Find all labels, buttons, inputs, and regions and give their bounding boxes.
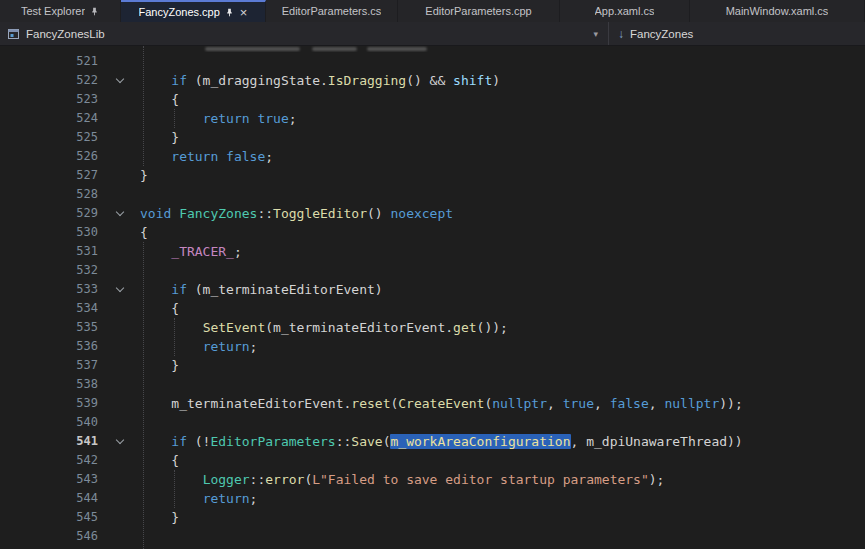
fold-chevron-icon[interactable] [100,280,140,299]
tab-label: FancyZones.cpp [139,6,220,18]
code-text[interactable]: m_terminateEditorEvent.reset(CreateEvent… [140,394,743,413]
fold-column [100,242,140,261]
code-line: 540 [0,413,865,432]
tab-test-explorer[interactable]: Test Explorer [0,0,121,22]
code-line: 528 [0,185,865,204]
code-text[interactable]: } [140,508,179,527]
project-dropdown-value: FancyZonesLib [26,28,105,40]
blurred-text [312,47,357,51]
tab-editorparameters-cpp[interactable]: EditorParameters.cpp [398,0,560,22]
line-number: 533 [0,280,100,299]
tab-label: EditorParameters.cpp [425,5,531,17]
code-text[interactable]: return; [140,489,257,508]
line-number: 538 [0,375,100,394]
line-number: 524 [0,109,100,128]
tab-app-xaml-cs[interactable]: App.xaml.cs [560,0,690,22]
code-line: 534 { [0,299,865,318]
fold-column [100,109,140,128]
line-number: 529 [0,204,100,223]
code-line: 536 return; [0,337,865,356]
code-text[interactable]: if (m_terminateEditorEvent) [140,280,383,299]
tab-label: Test Explorer [21,5,85,17]
fold-column [100,166,140,185]
code-line: 538 [0,375,865,394]
code-line: 529void FancyZones::ToggleEditor() noexc… [0,204,865,223]
fold-column [100,147,140,166]
fold-chevron-icon[interactable] [100,71,140,90]
line-number: 526 [0,147,100,166]
down-arrow-icon: ↓ [618,28,624,40]
code-line: 531 _TRACER_; [0,242,865,261]
fold-column [100,356,140,375]
fold-column [100,261,140,280]
code-text[interactable]: return false; [140,147,273,166]
line-number: 531 [0,242,100,261]
code-lines: 521522 if (m_draggingState.IsDragging() … [0,46,865,546]
project-dropdown[interactable]: FancyZonesLib ▾ [0,22,608,45]
tab-label: MainWindow.xaml.cs [726,5,829,17]
line-number: 543 [0,470,100,489]
code-editor: 521522 if (m_draggingState.IsDragging() … [0,46,865,549]
code-text[interactable]: if (!EditorParameters::Save(m_workAreaCo… [140,432,743,451]
indent-guide [143,46,144,166]
line-number: 545 [0,508,100,527]
tab-label: App.xaml.cs [595,5,655,17]
code-text[interactable]: { [140,223,148,242]
line-number: 546 [0,527,100,546]
code-text[interactable]: } [140,166,148,185]
code-text[interactable]: } [140,356,179,375]
tab-fancyzones-cpp[interactable]: FancyZones.cpp× [121,0,266,22]
code-line: 539 m_terminateEditorEvent.reset(CreateE… [0,394,865,413]
line-number: 544 [0,489,100,508]
clipped-code-line [0,46,865,52]
tab-mainwindow-xaml-cs[interactable]: MainWindow.xaml.cs [690,0,865,22]
code-text[interactable]: SetEvent(m_terminateEditorEvent.get()); [140,318,508,337]
tab-editorparameters-cs[interactable]: EditorParameters.cs [266,0,398,22]
code-line: 530{ [0,223,865,242]
code-line: 522 if (m_draggingState.IsDragging() && … [0,71,865,90]
visual-studio-window: Test ExplorerFancyZones.cpp×EditorParame… [0,0,865,549]
code-line: 526 return false; [0,147,865,166]
code-text[interactable]: { [140,451,179,470]
code-text[interactable]: void FancyZones::ToggleEditor() noexcept [140,204,453,223]
code-line: 537 } [0,356,865,375]
code-line: 535 SetEvent(m_terminateEditorEvent.get(… [0,318,865,337]
code-text[interactable]: return true; [140,109,297,128]
code-text[interactable]: { [140,90,179,109]
pin-icon[interactable] [225,8,234,17]
chevron-down-icon[interactable]: ▾ [593,29,598,39]
member-dropdown-value: FancyZones [630,28,693,40]
code-text[interactable]: _TRACER_; [140,242,242,261]
code-text[interactable]: return; [140,337,257,356]
code-line: 545 } [0,508,865,527]
indent-guide [174,109,175,128]
code-line: 544 return; [0,489,865,508]
line-number: 534 [0,299,100,318]
code-text[interactable]: } [140,128,179,147]
navigation-bar: FancyZonesLib ▾ ↓ FancyZones [0,22,865,46]
code-text[interactable]: if (m_draggingState.IsDragging() && shif… [140,71,500,90]
close-icon[interactable]: × [240,6,248,19]
fold-chevron-icon[interactable] [100,204,140,223]
code-line: 523 { [0,90,865,109]
blurred-text [205,47,300,51]
code-line: 541 if (!EditorParameters::Save(m_workAr… [0,432,865,451]
fold-column [100,413,140,432]
fold-column [100,185,140,204]
code-text[interactable]: Logger::error(L"Failed to save editor st… [140,470,664,489]
code-line: 521 [0,52,865,71]
code-line: 527} [0,166,865,185]
fold-chevron-icon[interactable] [100,432,140,451]
code-text[interactable]: { [140,299,179,318]
fold-column [100,299,140,318]
line-number: 528 [0,185,100,204]
line-number: 541 [0,432,100,451]
fold-column [100,128,140,147]
code-line: 542 { [0,451,865,470]
line-number: 532 [0,261,100,280]
code-line: 532 [0,261,865,280]
member-dropdown[interactable]: ↓ FancyZones [608,22,865,45]
pin-icon[interactable] [90,7,99,16]
indent-guide [143,242,144,549]
line-number: 535 [0,318,100,337]
